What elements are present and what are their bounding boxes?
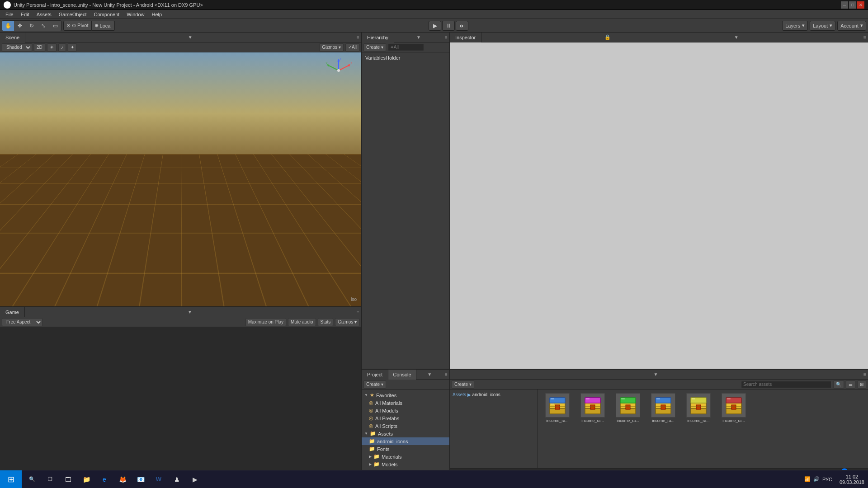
asset-browser-collapse-button[interactable]: ▼: [653, 371, 659, 378]
play-button[interactable]: ▶: [429, 21, 441, 31]
step-button[interactable]: ⏭: [456, 21, 468, 31]
mute-audio-button[interactable]: Mute audio: [288, 318, 316, 326]
project-tab[interactable]: Project: [362, 370, 388, 380]
favorites-folder[interactable]: ▼ ★ Favorites: [362, 391, 449, 399]
breadcrumb-root[interactable]: Assets: [453, 392, 466, 397]
menu-gameobject[interactable]: GameObject: [55, 11, 90, 18]
materials-folder[interactable]: ▶ 📁 Materials: [362, 453, 449, 460]
menu-window[interactable]: Window: [123, 11, 148, 18]
menu-component[interactable]: Component: [90, 11, 123, 18]
menu-edit[interactable]: Edit: [17, 11, 33, 18]
game-menu-button[interactable]: ≡: [355, 309, 361, 315]
asset-item-0[interactable]: income_ra...: [542, 393, 573, 423]
scene-collapse-button[interactable]: ▼: [187, 34, 193, 41]
asset-search-input[interactable]: [741, 381, 831, 388]
hierarchy-menu-button[interactable]: ≡: [443, 34, 449, 41]
all-models-item[interactable]: ◎ All Models: [362, 407, 449, 414]
asset-browser-menu-button[interactable]: ≡: [862, 371, 868, 378]
asset-search-button[interactable]: 🔍: [833, 380, 844, 389]
all-prefabs-item[interactable]: ◎ All Prefabs: [362, 414, 449, 422]
console-tab[interactable]: Console: [388, 370, 416, 380]
all-button[interactable]: ✓All: [345, 43, 359, 52]
maximize-on-play-button[interactable]: Maximize on Play: [245, 318, 286, 326]
asset-item-1[interactable]: income_ra...: [577, 393, 609, 423]
inspector-tab-bar: Inspector 🔒 ▼ ≡: [450, 33, 868, 42]
scale-tool-button[interactable]: ⤡: [38, 21, 49, 31]
project-menu-button[interactable]: ≡: [443, 371, 449, 378]
android-icons-folder[interactable]: 📁 android_icons: [362, 437, 449, 445]
right-panel: Inspector 🔒 ▼ ≡ ▼ ≡ Create ▾: [450, 33, 868, 474]
inspector-collapse-button[interactable]: ▼: [733, 34, 740, 41]
taskbar-task-view[interactable]: ❐: [42, 471, 59, 488]
taskbar-app-mail[interactable]: 📧: [132, 471, 149, 488]
models-icon: 📁: [373, 461, 380, 467]
account-dropdown[interactable]: Account ▾: [837, 21, 866, 31]
hand-tool-button[interactable]: ✋: [2, 21, 14, 31]
assets-folder[interactable]: ▼ 📁 Assets: [362, 430, 449, 437]
scene-tab[interactable]: Scene: [0, 33, 25, 42]
taskbar-app-word[interactable]: W: [150, 471, 167, 488]
game-gizmos-button[interactable]: Gizmos ▾: [335, 318, 359, 326]
asset-zoom-button[interactable]: ⊞: [857, 380, 866, 389]
asset-label-0: income_ra...: [542, 418, 573, 423]
scene-menu-button[interactable]: ≡: [355, 34, 361, 41]
rect-tool-button[interactable]: ▭: [49, 21, 61, 31]
asset-item-2[interactable]: income_ra...: [612, 393, 644, 423]
hierarchy-collapse-button[interactable]: ▼: [415, 34, 422, 41]
taskbar-app-files[interactable]: 📁: [78, 471, 95, 488]
asset-item-3[interactable]: income_ra...: [647, 393, 679, 423]
audio-button[interactable]: ♪: [58, 43, 66, 52]
taskbar-app-unity[interactable]: ▶: [186, 471, 203, 488]
stats-button[interactable]: Stats: [318, 318, 334, 326]
taskbar-search[interactable]: 🔍: [24, 471, 41, 488]
local-button[interactable]: ⊕ Local: [92, 21, 115, 31]
asset-item-4[interactable]: income_ra...: [683, 393, 714, 423]
lighting-button[interactable]: ☀: [47, 43, 57, 52]
minimize-button[interactable]: ─: [841, 1, 848, 9]
menu-assets[interactable]: Assets: [33, 11, 55, 18]
project-collapse-button[interactable]: ▼: [426, 371, 433, 378]
scene-gizmo[interactable]: Z X Y: [325, 57, 352, 84]
inspector-menu-button[interactable]: ≡: [862, 34, 868, 41]
pivot-icon: ⊙: [66, 23, 71, 28]
asset-grid-panel: income_ra...: [538, 389, 868, 468]
hierarchy-item-variablesholder[interactable]: VariablesHolder: [362, 54, 449, 61]
hierarchy-create-button[interactable]: Create ▾: [363, 43, 386, 52]
game-tab[interactable]: Game: [0, 307, 25, 317]
layers-dropdown[interactable]: Layers ▾: [782, 21, 808, 31]
move-tool-button[interactable]: ✥: [14, 21, 26, 31]
close-button[interactable]: ✕: [857, 1, 864, 9]
hierarchy-search-input[interactable]: [388, 44, 424, 51]
asset-item-5[interactable]: income_ra...: [718, 393, 750, 423]
taskbar-app-ie[interactable]: e: [96, 471, 113, 488]
inspector-lock-button[interactable]: 🔒: [604, 34, 611, 41]
models-folder[interactable]: ▶ 📁 Models: [362, 460, 449, 468]
menu-file[interactable]: File: [2, 11, 17, 18]
maximize-button[interactable]: □: [849, 1, 856, 9]
taskbar-app-windows[interactable]: 🗔: [60, 471, 77, 488]
all-scripts-item[interactable]: ◎ All Scripts: [362, 422, 449, 430]
game-collapse-button[interactable]: ▼: [187, 309, 193, 315]
project-create-button[interactable]: Create ▾: [363, 380, 386, 389]
start-button[interactable]: ⊞: [0, 470, 22, 488]
pause-button[interactable]: ⏸: [442, 21, 455, 31]
fx-button[interactable]: ✦: [68, 43, 77, 52]
account-label: Account: [840, 23, 859, 28]
fonts-folder[interactable]: 📁 Fonts: [362, 445, 449, 453]
layout-dropdown[interactable]: Layout ▾: [810, 21, 835, 31]
hierarchy-content: VariablesHolder: [362, 52, 449, 369]
shading-mode-select[interactable]: Shaded: [2, 43, 32, 52]
rotate-tool-button[interactable]: ↻: [26, 21, 38, 31]
hierarchy-tab[interactable]: Hierarchy: [362, 33, 394, 42]
taskbar-app-chess[interactable]: ♟: [168, 471, 185, 488]
asset-filter-button[interactable]: ☰: [846, 380, 855, 389]
inspector-tab[interactable]: Inspector: [450, 33, 481, 42]
all-materials-item[interactable]: ◎ All Materials: [362, 399, 449, 407]
menu-help[interactable]: Help: [148, 11, 165, 18]
pivot-button[interactable]: ⊙ ⊙ Pivot: [63, 21, 92, 31]
taskbar-app-firefox[interactable]: 🦊: [114, 471, 131, 488]
asset-create-button[interactable]: Create ▾: [452, 380, 474, 389]
gizmos-button[interactable]: Gizmos ▾: [319, 43, 344, 52]
aspect-select[interactable]: Free Aspect: [2, 318, 42, 326]
2d-button[interactable]: 2D: [34, 43, 45, 52]
